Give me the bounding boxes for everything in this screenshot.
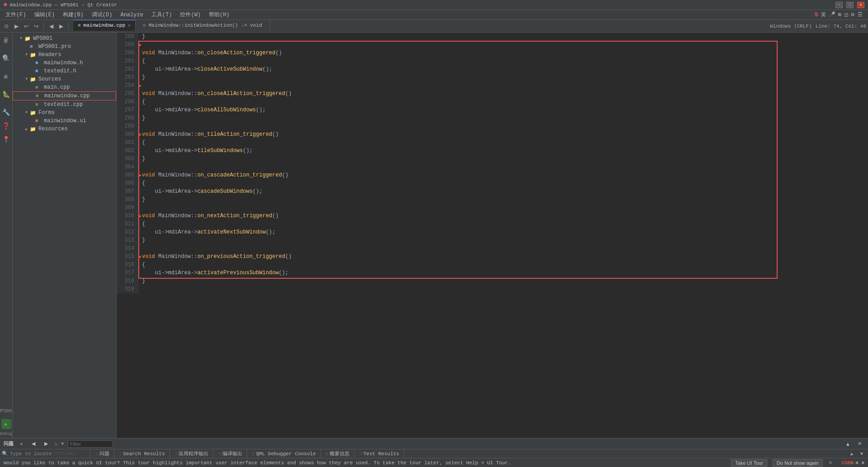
- toolbar-btn-4[interactable]: ↪: [32, 22, 41, 31]
- tab-close-mainwindow[interactable]: ✕: [128, 23, 131, 28]
- project-nav-button[interactable]: WPS001: [1, 405, 12, 416]
- bottom-expand-up[interactable]: ▲: [847, 449, 856, 458]
- tree-item-mainwindow-h[interactable]: ■ mainwindow.h: [13, 59, 116, 67]
- editor-area[interactable]: 288 289 290 291 292 293 294 295 296 297 …: [117, 33, 868, 438]
- maximize-button[interactable]: □: [846, 2, 854, 8]
- left-action-bar: ≡ 项目 🔍 搜索 ⚡ 快速 🐛 调试 🔧 ❓ 📍 WPS001 ▶ Debug: [0, 33, 13, 438]
- toolbar-sep-1: [43, 23, 44, 30]
- tree-item-wps001[interactable]: ▼ 📁 WPS001: [13, 34, 116, 43]
- bottom-nav-down[interactable]: ▼: [857, 449, 866, 458]
- tree-item-resources[interactable]: ▶ 📁 Resources: [13, 125, 116, 133]
- ln-294: 294: [120, 81, 134, 90]
- bottom-tab-summary[interactable]: 6 概要信息: [321, 449, 355, 458]
- menu-file[interactable]: 文件(F): [2, 10, 30, 19]
- tree-arrow-main-cpp: [31, 85, 35, 90]
- issues-expand: ▲ ✕: [843, 440, 864, 448]
- issues-nav-prev[interactable]: ◀: [29, 440, 38, 448]
- bottom-tab-qml[interactable]: 5 QML Debugger Console: [247, 449, 321, 458]
- toolbar-btn-1[interactable]: ⊙: [2, 22, 11, 31]
- sidebar-icon-help[interactable]: ❓: [1, 120, 12, 131]
- sidebar-icon-search[interactable]: 🔍: [1, 52, 12, 63]
- ln-318: 318: [120, 277, 134, 285]
- wps-icon: S: [815, 11, 818, 18]
- menu-debug[interactable]: 调试(D): [88, 10, 116, 19]
- mic-icon: 🎤: [829, 11, 835, 18]
- tab-mainwindow-cpp[interactable]: ■ mainwindow.cpp ✕: [73, 20, 136, 31]
- ln-313: 313: [120, 236, 134, 244]
- tree-item-textedit-h[interactable]: ■ textedit.h: [13, 67, 116, 75]
- ui-file-icon-mainwindow: ■: [35, 118, 42, 124]
- tree-item-mainwindow-ui[interactable]: ■ mainwindow.ui: [13, 117, 116, 125]
- tree-item-headers[interactable]: ▼ 📁 Headers: [13, 51, 116, 59]
- folder-icon-sources: 📁: [30, 76, 37, 82]
- h-file-icon-mainwindow: ■: [35, 60, 42, 66]
- title-bar-right: — □ ✕: [835, 2, 864, 8]
- code-line-292: ui->mdiArea->closeActiveSubWindow();: [142, 65, 864, 73]
- toolbar-btn-2[interactable]: ▶: [12, 22, 21, 31]
- menu-edit[interactable]: 编辑(E): [31, 10, 59, 19]
- issues-add-button[interactable]: +: [17, 440, 25, 448]
- bottom-tab-tests[interactable]: 8 Test Results: [354, 449, 404, 458]
- menu-controls[interactable]: 控件(W): [176, 10, 204, 19]
- issues-bar: 问题 + ◀ ▶ ⚠ ▼ ▲ ✕: [0, 438, 868, 449]
- tree-label-forms: Forms: [38, 110, 55, 116]
- tree-arrow-headers: ▼: [25, 52, 30, 57]
- bottom-tab-search[interactable]: 2 Search Results: [114, 449, 170, 458]
- nav-forward-button[interactable]: ▶: [57, 22, 66, 31]
- extra-icons: ■ ■: [855, 460, 864, 466]
- lang-icon: 英: [821, 11, 826, 18]
- tree-label-headers: Headers: [38, 52, 61, 58]
- debug-nav-button[interactable]: ▶: [1, 419, 11, 429]
- tree-item-textedit-cpp[interactable]: ■ textedit.cpp: [13, 100, 116, 109]
- toolbar-sep-2: [68, 23, 69, 30]
- take-tour-button[interactable]: Take UI Tour: [731, 459, 767, 467]
- tree-item-mainwindow-cpp[interactable]: ■ mainwindow.cpp: [13, 91, 116, 100]
- tab-icon-method: ⊙: [143, 22, 146, 28]
- minimize-button[interactable]: —: [835, 2, 843, 8]
- tree-label-pro: WPS001.pro: [38, 43, 71, 50]
- collapse-button[interactable]: ✕: [855, 440, 864, 448]
- menu-analyze[interactable]: Analyze: [117, 11, 146, 19]
- ln-303: 303: [120, 155, 134, 163]
- sidebar-icon-bookmark[interactable]: 📍: [1, 134, 12, 145]
- ln-315: 315: [120, 253, 134, 261]
- menu-help[interactable]: 帮助(H): [205, 10, 233, 19]
- ln-302: 302: [120, 147, 134, 155]
- sidebar-icon-debug[interactable]: 🐛: [1, 89, 12, 100]
- issues-nav-next[interactable]: ▶: [42, 440, 51, 448]
- ln-307: 307: [120, 187, 134, 195]
- bottom-tab-qml-num: 5: [252, 451, 255, 457]
- dont-show-button[interactable]: Do Not show again: [773, 459, 823, 467]
- tree-item-main-cpp[interactable]: ■ main.cpp: [13, 83, 116, 91]
- ln-305: 305: [120, 171, 134, 179]
- nav-back-button[interactable]: ◀: [47, 22, 56, 31]
- status-close-button[interactable]: ✕: [828, 460, 833, 466]
- code-content[interactable]: } void MainWindow::on_closeAction_trigge…: [138, 33, 868, 293]
- menu-build[interactable]: 构建(B): [59, 10, 87, 19]
- ln-308: 308: [120, 195, 134, 204]
- ln-300: 300: [120, 130, 134, 138]
- menu-tools[interactable]: 工具(T): [148, 10, 176, 19]
- sidebar-icon-tools[interactable]: 🔧: [1, 107, 12, 118]
- expand-button[interactable]: ▲: [843, 440, 853, 448]
- search-icon: 🔍: [2, 451, 8, 457]
- sidebar-icon-build[interactable]: ⚡: [1, 71, 12, 81]
- filter-input[interactable]: [68, 440, 113, 448]
- code-line-308: }: [142, 195, 864, 204]
- ln-292: 292: [120, 65, 134, 73]
- toolbar-btn-3[interactable]: ↩: [22, 22, 31, 31]
- bottom-tab-compile[interactable]: 4 编译输出: [213, 449, 247, 458]
- tree-item-forms[interactable]: ▼ 📁 Forms: [13, 109, 116, 117]
- bottom-tab-issues[interactable]: 1 问题: [90, 449, 114, 458]
- tree-item-pro[interactable]: ■ WPS001.pro: [13, 43, 116, 51]
- code-line-313: }: [142, 236, 864, 244]
- tree-item-sources[interactable]: ▼ 📁 Sources: [13, 75, 116, 83]
- bottom-tab-app-output[interactable]: 3 应用程序输出: [170, 449, 214, 458]
- close-button[interactable]: ✕: [857, 2, 864, 8]
- menu-bar: 文件(F) 编辑(E) 构建(B) 调试(D) Analyze 工具(T) 控件…: [0, 10, 868, 20]
- sidebar-icon-project[interactable]: ≡: [1, 34, 12, 45]
- code-line-293: }: [142, 73, 864, 81]
- bottom-tab-compile-num: 4: [218, 451, 221, 457]
- tab-initwindow[interactable]: ⊙ MainWindow::initWindowAction() -> void: [136, 20, 269, 31]
- code-line-290: void MainWindow::on_closeAction_triggere…: [142, 49, 864, 57]
